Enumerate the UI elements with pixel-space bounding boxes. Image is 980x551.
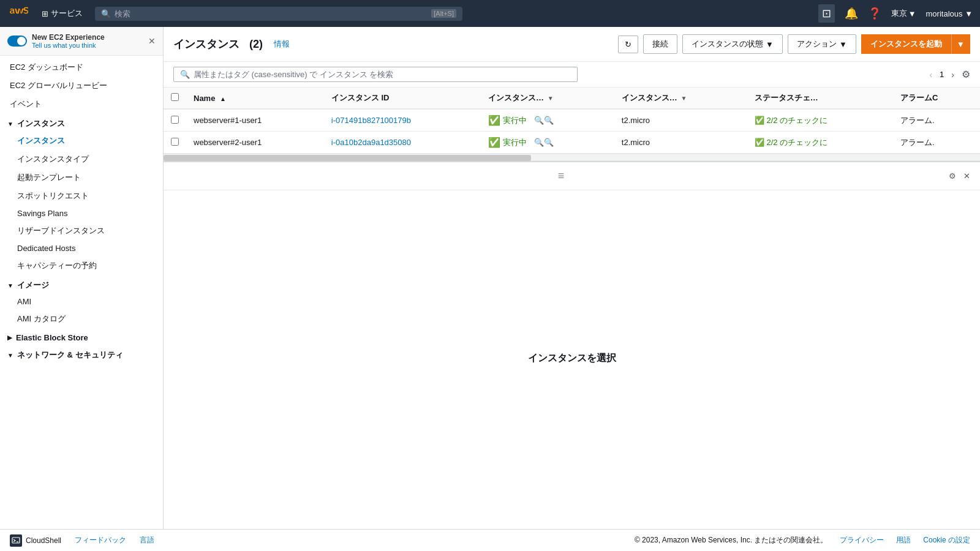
sidebar-item-savings-plans[interactable]: Savings Plans: [0, 205, 163, 222]
experience-toggle[interactable]: [7, 36, 27, 47]
sidebar-section-network[interactable]: ▼ ネットワーク & セキュリティ: [0, 345, 163, 363]
detail-settings-icon[interactable]: ⚙: [949, 171, 956, 181]
section-ebs-label: Elastic Block Store: [16, 333, 88, 342]
search-input[interactable]: [115, 9, 428, 18]
launch-btn[interactable]: インスタンスを起動: [861, 34, 951, 54]
sidebar-global-label: EC2 グローバルリュービー: [10, 81, 107, 90]
sidebar-item-spot-requests[interactable]: スポットリクエスト: [0, 187, 163, 205]
sidebar-item-launch-templates[interactable]: 起動テンプレート: [0, 168, 163, 187]
footer-left: CloudShell フィードバック 言語: [10, 534, 154, 547]
sidebar-item-instance-types[interactable]: インスタンスタイプ: [0, 150, 163, 168]
section-instances-label: インスタンス: [17, 118, 65, 129]
select-all-checkbox[interactable]: [171, 93, 179, 101]
row1-type: t2.micro: [614, 109, 747, 132]
sidebar-item-ami-catalog[interactable]: AMI カタログ: [0, 310, 163, 328]
row2-check: ✅ 2/2 のチェックに: [747, 132, 893, 154]
detail-close-icon[interactable]: ✕: [963, 171, 970, 181]
chevron-down-icon: ▼: [7, 121, 13, 127]
launch-btn-split: インスタンスを起動 ▼: [861, 34, 970, 54]
services-label: サービス: [51, 8, 83, 19]
language-link[interactable]: 言語: [140, 535, 154, 545]
filter-icon: ▼: [680, 95, 687, 102]
instance-state-btn[interactable]: インスタンスの状態 ▼: [682, 34, 783, 54]
actions-btn[interactable]: アクション ▼: [788, 34, 856, 54]
row1-checkbox[interactable]: [171, 116, 179, 124]
row1-state: ✅ 実行中 🔍🔍: [481, 109, 614, 132]
sidebar-item-global[interactable]: EC2 グローバルリュービー: [0, 77, 163, 95]
terms-link[interactable]: 用語: [896, 535, 911, 545]
user-menu[interactable]: moritalous ▼: [926, 9, 973, 18]
row2-name: webserver#2-user1: [186, 132, 324, 154]
detail-content: インスタンスを選択: [164, 190, 980, 527]
services-menu-btn[interactable]: ⊞ サービス: [37, 6, 88, 21]
row2-id-link[interactable]: i-0a10b2da9a1d35080: [331, 138, 411, 147]
sidebar-item-capacity[interactable]: キャパシティーの予約: [0, 257, 163, 275]
col-instance-type[interactable]: インスタンス… ▼: [614, 88, 747, 109]
search-bar-row: 🔍 ‹ 1 › ⚙: [164, 62, 980, 88]
topnav: ⊞ サービス 🔍 [Alt+S] ⊡ 🔔 ❓ 東京 ▼ moritalous ▼: [0, 0, 980, 27]
search-input-wrap[interactable]: 🔍: [173, 67, 578, 82]
page-number: 1: [940, 70, 944, 79]
detail-select-label: インスタンスを選択: [528, 352, 616, 365]
bell-icon[interactable]: 🔔: [845, 7, 858, 20]
privacy-link[interactable]: プライバシー: [840, 535, 884, 545]
close-banner-btn[interactable]: ✕: [148, 36, 156, 46]
sidebar-section-instances[interactable]: ▼ インスタンス: [0, 113, 163, 132]
info-link[interactable]: 情報: [274, 39, 290, 50]
nav-instances-label: インスタンス: [17, 136, 65, 145]
help-icon[interactable]: ❓: [868, 7, 881, 20]
row1-checkbox-cell: [164, 109, 186, 132]
instances-search-input[interactable]: [194, 70, 571, 79]
sidebar-item-ami[interactable]: AMI: [0, 293, 163, 310]
banner-subtitle[interactable]: Tell us what you think: [32, 42, 105, 49]
sidebar-item-dedicated-hosts[interactable]: Dedicated Hosts: [0, 240, 163, 257]
row2-check-text: 2/2 のチェックに: [766, 138, 827, 147]
next-page-btn[interactable]: ›: [948, 69, 958, 81]
main-layout: New EC2 Experience Tell us what you thin…: [0, 27, 980, 529]
cloudshell-label[interactable]: CloudShell: [26, 536, 61, 545]
connect-btn[interactable]: 接続: [643, 34, 677, 54]
actions-btn-label: アクション: [797, 39, 837, 50]
sidebar-section-ebs[interactable]: ▶ Elastic Block Store: [0, 328, 163, 345]
row1-name: webserver#1-user1: [186, 109, 324, 132]
row2-check-icon: ✅: [755, 138, 764, 147]
table-scroll-bar[interactable]: [164, 154, 980, 161]
row1-zoom-icons[interactable]: 🔍🔍: [534, 116, 554, 125]
search-bar[interactable]: 🔍 [Alt+S]: [95, 7, 462, 21]
instances-area: インスタンス (2) 情報 ↻ 接続 インスタンスの状態 ▼ アクション ▼: [164, 27, 980, 162]
row2-zoom-icons[interactable]: 🔍🔍: [534, 138, 554, 147]
prev-page-btn[interactable]: ‹: [925, 69, 936, 81]
launch-btn-caret[interactable]: ▼: [951, 34, 970, 54]
sidebar-section-images[interactable]: ▼ イメージ: [0, 275, 163, 293]
nav-savings-label: Savings Plans: [17, 209, 67, 218]
search-shortcut: [Alt+S]: [431, 9, 456, 18]
col-instance-state[interactable]: インスタンス… ▼: [481, 88, 614, 109]
col-instance-id[interactable]: インスタンス ID: [324, 88, 481, 109]
sidebar-item-instances[interactable]: インスタンス: [0, 132, 163, 150]
scroll-thumb[interactable]: [164, 155, 531, 161]
row1-check: ✅ 2/2 のチェックに: [747, 109, 893, 132]
sidebar-item-events[interactable]: イベント: [0, 95, 163, 113]
sidebar-item-reserved[interactable]: リザーブドインスタンス: [0, 222, 163, 240]
col-alarm[interactable]: アラームC: [893, 88, 980, 109]
instances-table: Name ▲ インスタンス ID インスタンス… ▼ インス: [164, 88, 980, 154]
cookie-link[interactable]: Cookie の設定: [923, 535, 970, 545]
cloud9-icon[interactable]: ⊡: [818, 4, 835, 23]
row1-id-link[interactable]: i-071491b827100179b: [331, 116, 411, 125]
refresh-btn[interactable]: ↻: [618, 36, 638, 53]
main-content: インスタンス (2) 情報 ↻ 接続 インスタンスの状態 ▼ アクション ▼: [164, 27, 980, 529]
sidebar-item-dashboard[interactable]: EC2 ダッシュボード: [0, 58, 163, 77]
chevron-down-icon: ▼: [839, 40, 847, 49]
aws-logo[interactable]: [7, 2, 29, 24]
search-icon: 🔍: [180, 70, 190, 79]
instances-title: インスタンス: [173, 37, 239, 51]
col-name[interactable]: Name ▲: [186, 88, 324, 109]
banner-title: New EC2 Experience: [32, 33, 105, 42]
grid-icon: ⊞: [42, 9, 48, 18]
row2-checkbox[interactable]: [171, 138, 179, 146]
feedback-link[interactable]: フィードバック: [75, 535, 126, 545]
col-status-checks[interactable]: ステータスチェ…: [747, 88, 893, 109]
column-settings-btn[interactable]: ⚙: [962, 69, 970, 80]
search-icon: 🔍: [101, 9, 111, 18]
region-selector[interactable]: 東京 ▼: [891, 8, 916, 19]
